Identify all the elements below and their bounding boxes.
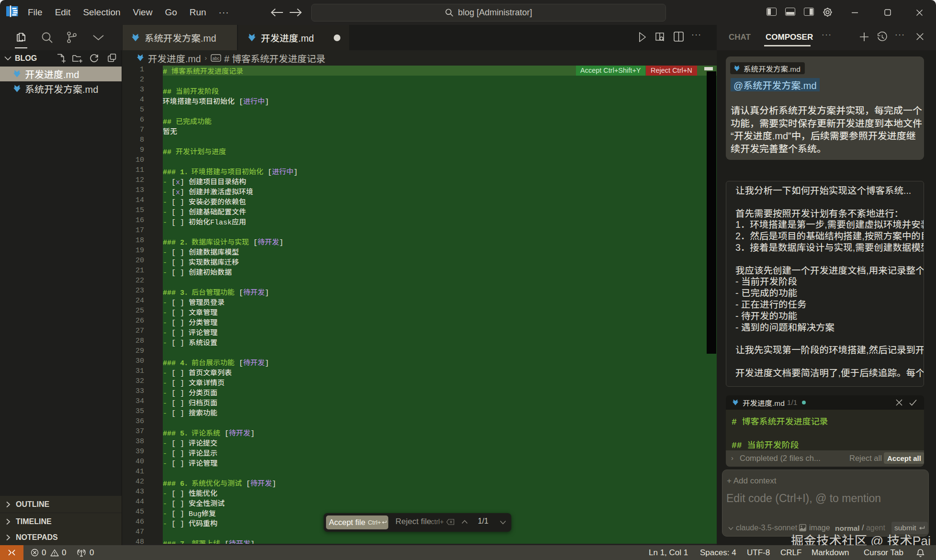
svg-text:abc: abc xyxy=(213,56,220,61)
